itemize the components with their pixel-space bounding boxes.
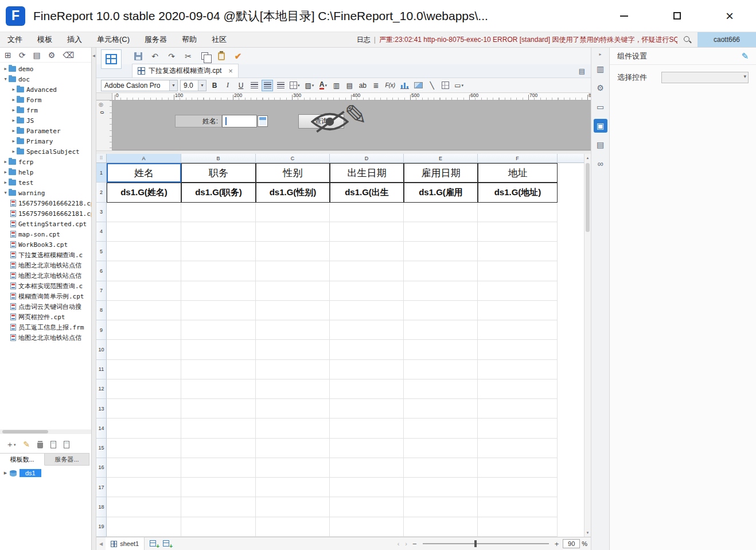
name-label[interactable]: 姓名: <box>175 115 222 127</box>
cell-A11[interactable] <box>107 360 181 379</box>
slider-thumb[interactable] <box>474 540 477 547</box>
cell-D19[interactable] <box>330 517 404 537</box>
cell-D1[interactable]: 出生日期 <box>330 163 404 183</box>
cell-E18[interactable] <box>404 497 478 517</box>
cell-D5[interactable] <box>330 242 404 261</box>
tree-file[interactable]: 15675796016662218.cpt <box>0 198 91 208</box>
cell-D9[interactable] <box>330 320 404 340</box>
chart-button[interactable] <box>399 80 411 91</box>
cell-F2[interactable]: ds1.G(地址) <box>478 183 558 202</box>
cell-D15[interactable] <box>330 439 404 458</box>
underline-button[interactable]: U <box>235 80 247 91</box>
cell-A10[interactable] <box>107 340 181 359</box>
tree-file[interactable]: 模糊查询简单示例.cpt <box>0 291 91 301</box>
cell-F10[interactable] <box>478 340 558 359</box>
format-painter-icon[interactable]: ✔ <box>233 51 243 62</box>
tree-folder[interactable]: ▶frm <box>0 105 91 115</box>
cell-F14[interactable] <box>478 419 558 438</box>
tree-file[interactable]: WorkBook3.cpt <box>0 239 91 250</box>
chevron-right-icon[interactable]: ▶ <box>10 87 17 92</box>
cell-A2[interactable]: ds1.G(姓名) <box>107 183 181 202</box>
left-panel-collapse-strip[interactable]: ◀ <box>92 48 96 550</box>
cell-E19[interactable] <box>404 517 478 537</box>
tree-folder[interactable]: ▶Advanced <box>0 84 91 95</box>
menu-item[interactable]: 帮助 <box>174 32 204 47</box>
tree-folder[interactable]: ▶Form <box>0 95 91 105</box>
cell-C9[interactable] <box>256 320 330 340</box>
chevron-right-icon[interactable]: ▶ <box>10 108 17 113</box>
row-header-17[interactable]: 17 <box>96 478 107 497</box>
menu-item[interactable]: 社区 <box>204 32 234 47</box>
align-left-button[interactable] <box>248 80 260 91</box>
column-header-A[interactable]: A <box>107 154 181 162</box>
cell-D13[interactable] <box>330 399 404 419</box>
cell-B13[interactable] <box>181 399 256 419</box>
cell-E3[interactable] <box>404 203 478 222</box>
name-input[interactable] <box>222 115 257 127</box>
row-header-16[interactable]: 16 <box>96 458 107 478</box>
report-block-icon[interactable] <box>101 49 122 69</box>
cell-B3[interactable] <box>181 203 256 222</box>
cell-D6[interactable] <box>330 261 404 281</box>
chevron-down-icon[interactable]: ▼ <box>2 77 9 82</box>
user-badge[interactable]: caott666 <box>697 32 756 47</box>
right-panel-collapse-icon[interactable]: ▸ <box>591 52 609 57</box>
row-header-14[interactable]: 14 <box>96 419 107 438</box>
cell-attributes-icon[interactable]: ▤ <box>594 138 607 152</box>
tree-folder[interactable]: ▼doc <box>0 74 91 84</box>
cell-F5[interactable] <box>478 242 558 261</box>
row-header-9[interactable]: 9 <box>96 320 107 340</box>
cell-E11[interactable] <box>404 360 478 379</box>
cell-B2[interactable]: ds1.G(职务) <box>181 183 256 202</box>
cell-F7[interactable] <box>478 281 558 301</box>
cell-A1[interactable]: 姓名 <box>107 163 181 183</box>
formula-button[interactable]: F(x) <box>383 80 397 91</box>
chevron-right-icon[interactable]: ▶ <box>10 118 17 123</box>
row-settings-button[interactable]: ≣ <box>370 80 381 91</box>
chevron-right-icon[interactable]: ▶ <box>10 98 17 102</box>
menu-item[interactable]: 服务器 <box>137 32 174 47</box>
cell-E13[interactable] <box>404 399 478 419</box>
tree-file[interactable]: 网页框控件.cpt <box>0 312 91 322</box>
tree-file[interactable]: GettingStarted.cpt <box>0 219 91 229</box>
cell-F3[interactable] <box>478 203 558 222</box>
cell-D18[interactable] <box>330 497 404 517</box>
datasource-item-ds1[interactable]: ▶ ds1 <box>0 467 92 479</box>
row-header-3[interactable]: 3 <box>96 203 107 222</box>
cell-A9[interactable] <box>107 320 181 340</box>
cell-B4[interactable] <box>181 222 256 242</box>
close-button[interactable]: × <box>703 0 756 32</box>
refresh-icon[interactable]: ⟳ <box>19 51 26 59</box>
cell-B10[interactable] <box>181 340 256 359</box>
edit-datasource-button[interactable]: ✎ <box>24 440 30 448</box>
tree-folder[interactable]: ▶SpecialSubject <box>0 146 91 157</box>
align-right-button[interactable] <box>275 80 286 91</box>
cell-A8[interactable] <box>107 301 181 320</box>
cell-F8[interactable] <box>478 301 558 320</box>
tree-folder[interactable]: ▶help <box>0 167 91 177</box>
log-message[interactable]: 严重:23:02:41 http-nio-8075-exec-10 ERROR … <box>379 35 677 45</box>
cell-C2[interactable]: ds1.G(性别) <box>256 183 330 202</box>
cell-C19[interactable] <box>256 517 330 537</box>
image-button[interactable] <box>412 80 424 91</box>
cell-F12[interactable] <box>478 379 558 399</box>
cell-C18[interactable] <box>256 497 330 517</box>
sheet-tab[interactable]: sheet1 <box>106 537 145 550</box>
cell-F6[interactable] <box>478 261 558 281</box>
cell-F11[interactable] <box>478 360 558 379</box>
cell-B1[interactable]: 职务 <box>181 163 256 183</box>
cell-C3[interactable] <box>256 203 330 222</box>
cell-E5[interactable] <box>404 242 478 261</box>
cell-E4[interactable] <box>404 222 478 242</box>
row-header-7[interactable]: 7 <box>96 281 107 301</box>
cell-F16[interactable] <box>478 458 558 478</box>
row-header-19[interactable]: 19 <box>96 517 107 537</box>
row-header-18[interactable]: 18 <box>96 497 107 517</box>
cell-B19[interactable] <box>181 517 256 537</box>
row-header-8[interactable]: 8 <box>96 301 107 320</box>
row-header-15[interactable]: 15 <box>96 439 107 458</box>
column-header-D[interactable]: D <box>330 154 404 162</box>
font-family-select[interactable]: Adobe Caslon Pro ▼ <box>101 80 178 91</box>
cell-E10[interactable] <box>404 340 478 359</box>
connection-button[interactable] <box>64 441 69 448</box>
